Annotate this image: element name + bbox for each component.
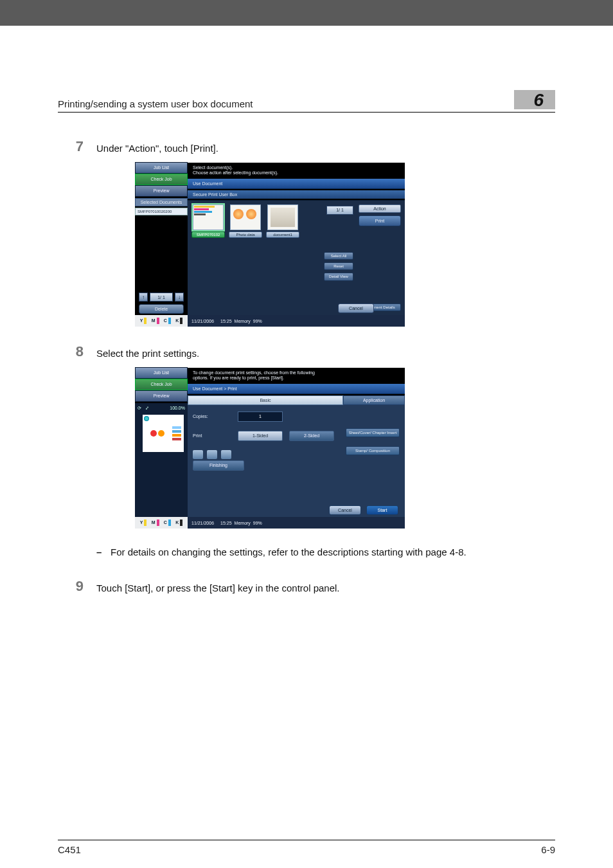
document-thumbnail[interactable]: Photo data	[229, 204, 262, 238]
status-time: 15:25	[220, 521, 232, 525]
two-sided-button[interactable]: 2-Sided	[289, 431, 334, 441]
finishing-icon	[193, 450, 203, 459]
pager-down-icon[interactable]: ↓	[175, 293, 184, 302]
step-text: Touch [Start], or press the [Start] key …	[96, 578, 340, 595]
header-title: Printing/sending a system user box docum…	[58, 98, 253, 109]
mfp-screenshot-1: Select document(s). Choose action after …	[135, 163, 405, 327]
preview-tab[interactable]: Preview	[135, 390, 188, 402]
detail-view-button[interactable]: Detail View	[324, 273, 353, 280]
mfp1-canvas: 1/ 1 Action Print	[188, 200, 405, 315]
mfp2-canvas: Basic Application Copies: 1 Print 1-Side…	[188, 395, 405, 517]
toner-m-icon: M	[152, 318, 159, 324]
finishing-icon	[221, 450, 231, 459]
toner-levels: Y M C K	[135, 517, 188, 529]
red-dot-icon	[150, 430, 157, 437]
toner-k-icon: K	[175, 520, 182, 526]
secure-print-bar: Secure Print User Box	[188, 190, 405, 199]
step-number: 9	[58, 578, 96, 595]
page-header: Printing/sending a system user box docum…	[58, 90, 555, 113]
step-text: Select the print settings.	[96, 343, 199, 360]
toner-k-icon: K	[175, 318, 182, 324]
step-7: 7 Under "Action", touch [Print].	[58, 138, 555, 155]
mfp2-left-panel: Job List Check Job Preview ⟳ ⤢ 100.0%	[135, 384, 188, 517]
status-date: 11/21/2006	[191, 319, 214, 323]
toner-c-icon: C	[164, 318, 171, 324]
delete-button[interactable]: Delete	[139, 304, 184, 314]
print-button[interactable]: Print	[359, 215, 401, 226]
finishing-icon	[207, 450, 217, 459]
stamp-composition-button[interactable]: Stamp/ Composition	[346, 446, 400, 455]
job-list-tab[interactable]: Job List	[135, 367, 188, 379]
check-job-tab[interactable]: Check Job	[135, 379, 188, 390]
chapter-number: 6	[514, 90, 555, 109]
toner-levels: Y M C K	[135, 315, 188, 327]
document-thumbnail[interactable]: SMFP070102	[191, 204, 225, 238]
footer-model: C451	[58, 844, 81, 855]
preview-pane: ⟳ ⤢ 100.0%	[135, 403, 188, 517]
job-list-tab[interactable]: Job List	[135, 162, 188, 174]
mfp-screenshot-2: To change document print settings, choos…	[135, 368, 405, 529]
expand-icon[interactable]: ⤢	[145, 406, 149, 411]
rotate-icon[interactable]: ⟳	[138, 406, 141, 411]
toner-y-icon: Y	[140, 318, 147, 324]
start-button[interactable]: Start	[366, 505, 398, 515]
pager-up-icon[interactable]: ↑	[139, 293, 148, 302]
sheet-cover-button[interactable]: Sheet/Cover/ Chapter Insert	[346, 428, 400, 437]
step-text: Under "Action", touch [Print].	[96, 138, 218, 155]
cancel-button[interactable]: Cancel	[338, 303, 374, 313]
tab-application[interactable]: Application	[343, 395, 405, 405]
mfp2-msg-line1: To change document print settings, choos…	[193, 370, 400, 375]
staple-icon	[144, 416, 149, 421]
thumbnail-label: document1	[266, 231, 299, 238]
tab-basic[interactable]: Basic	[188, 395, 343, 405]
selected-document-item[interactable]: SMFP07010020200	[135, 208, 188, 215]
cancel-button[interactable]: Cancel	[329, 505, 361, 515]
status-date: 11/21/2006	[191, 521, 214, 525]
reset-button[interactable]: Reset	[324, 262, 353, 270]
mfp2-msg-line2: options. If you are ready to print, pres…	[193, 375, 400, 381]
left-pager: ↑ 1/ 1 ↓	[135, 293, 188, 302]
check-job-tab[interactable]: Check Job	[135, 174, 188, 185]
status-bar: 11/21/2006 15:25 Memory 99%	[188, 517, 405, 529]
mfp1-left-panel: Job List Check Job Preview Selected Docu…	[135, 179, 188, 315]
step-number: 7	[58, 138, 96, 155]
copies-label: Copies:	[193, 414, 231, 419]
bullet-text: For details on changing the settings, re…	[111, 545, 466, 559]
step-8: 8 Select the print settings.	[58, 343, 555, 360]
footer-page: 6-9	[541, 844, 555, 855]
preview-tab[interactable]: Preview	[135, 185, 188, 197]
copies-value[interactable]: 1	[238, 411, 283, 422]
finishing-button[interactable]: Finishing	[193, 460, 244, 471]
memory-percent: 99%	[253, 319, 262, 323]
memory-label: Memory	[235, 319, 251, 323]
step-9: 9 Touch [Start], or press the [Start] ke…	[58, 578, 555, 595]
use-document-bar: Use Document	[188, 179, 405, 189]
mfp1-msg-line2: Choose action after selecting document(s…	[193, 170, 400, 176]
bullet-note: – For details on changing the settings, …	[96, 545, 555, 559]
one-sided-button[interactable]: 1-Sided	[238, 431, 283, 441]
breadcrumb-bar: Use Document > Print	[188, 384, 405, 394]
action-label: Action	[359, 204, 401, 213]
canvas-pager: 1/ 1	[326, 206, 353, 215]
document-page: Printing/sending a system user box docum…	[0, 26, 613, 868]
thumbnail-label: Photo data	[229, 231, 262, 238]
page-footer: C451 6-9	[58, 840, 555, 855]
status-time: 15:25	[220, 319, 232, 323]
memory-percent: 99%	[253, 521, 262, 525]
bullet-dash: –	[96, 545, 111, 559]
pager-indicator: 1/ 1	[150, 293, 173, 302]
document-thumbnail[interactable]: document1	[266, 204, 299, 238]
thumbnail-label: SMFP070102	[191, 231, 225, 238]
selected-documents-header: Selected Documents	[135, 198, 188, 206]
toner-y-icon: Y	[140, 520, 147, 526]
mfp1-msg-line1: Select document(s).	[193, 165, 400, 170]
memory-label: Memory	[235, 521, 251, 525]
zoom-value: 100.0%	[170, 406, 185, 410]
print-sides-label: Print	[193, 433, 231, 438]
orange-dot-icon	[158, 430, 164, 437]
toner-c-icon: C	[164, 520, 171, 526]
toner-m-icon: M	[152, 520, 159, 526]
select-all-button[interactable]: Select All	[324, 252, 353, 260]
preview-thumbnail	[143, 415, 184, 452]
step-number: 8	[58, 343, 96, 360]
